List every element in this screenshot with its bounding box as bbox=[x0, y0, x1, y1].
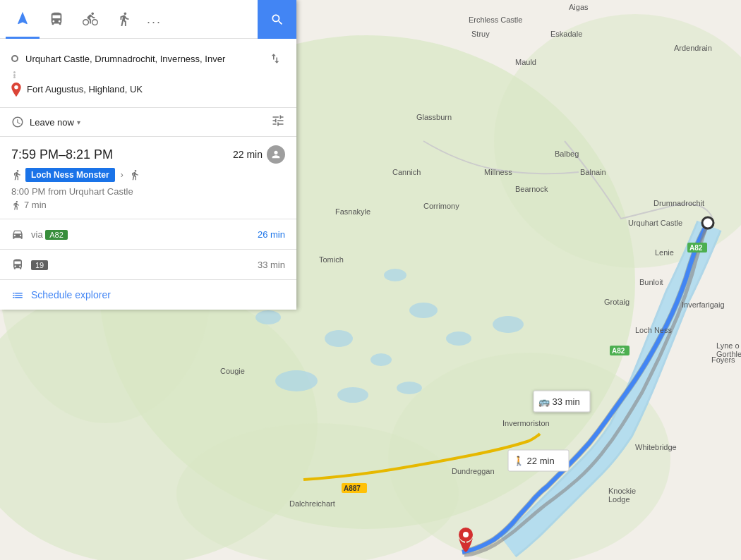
schedule-label: Schedule explorer bbox=[31, 289, 111, 300]
svg-text:Dundreggan: Dundreggan bbox=[452, 467, 495, 475]
walk-duration-icon bbox=[11, 200, 21, 210]
svg-text:Struy: Struy bbox=[471, 30, 490, 38]
a82-badge: A82 bbox=[45, 230, 68, 240]
origin-input[interactable] bbox=[25, 51, 265, 67]
svg-text:Ardendrain: Ardendrain bbox=[674, 44, 712, 52]
alt-route-car-duration: 26 min bbox=[258, 229, 285, 240]
car-icon bbox=[11, 228, 24, 241]
filter-options-button[interactable] bbox=[271, 114, 285, 130]
svg-text:Lyne o: Lyne o bbox=[716, 341, 740, 350]
route-depart-from: 8:00 PM from Urquhart Castle bbox=[11, 186, 285, 197]
alt-route-car[interactable]: via A82 26 min bbox=[0, 219, 296, 250]
search-button[interactable] bbox=[258, 0, 296, 39]
svg-point-58 bbox=[463, 532, 469, 537]
alt-route-bus-label: 19 bbox=[31, 260, 258, 270]
svg-point-14 bbox=[493, 316, 524, 333]
alt-route-bus[interactable]: 19 33 min bbox=[0, 250, 296, 280]
destination-input[interactable] bbox=[27, 81, 285, 97]
walk-end-icon bbox=[129, 169, 140, 181]
svg-text:Tomich: Tomich bbox=[319, 255, 344, 264]
svg-text:A887: A887 bbox=[344, 485, 361, 492]
origin-dot bbox=[11, 55, 18, 62]
destination-pin-icon bbox=[11, 83, 21, 97]
sidebar: ... × bbox=[0, 0, 296, 310]
svg-point-12 bbox=[384, 269, 406, 281]
svg-text:Balnain: Balnain bbox=[580, 168, 606, 176]
svg-text:Cougie: Cougie bbox=[220, 367, 245, 375]
bus-number-badge: 19 bbox=[31, 260, 48, 270]
svg-point-56 bbox=[702, 217, 713, 229]
route-duration: 22 min bbox=[233, 145, 285, 164]
route-time-range: 7:59 PM–8:21 PM bbox=[11, 147, 113, 162]
destination-row bbox=[11, 81, 285, 97]
svg-text:Bearnock: Bearnock bbox=[515, 185, 548, 193]
svg-text:Bunloit: Bunloit bbox=[639, 278, 663, 286]
bus-icon bbox=[11, 258, 24, 271]
svg-text:Loch Ness: Loch Ness bbox=[635, 326, 672, 334]
svg-text:Grotaig: Grotaig bbox=[604, 298, 629, 306]
svg-point-11 bbox=[409, 303, 438, 318]
alt-route-car-label: via A82 bbox=[31, 229, 258, 240]
schedule-explorer-button[interactable]: Schedule explorer bbox=[0, 280, 296, 310]
origin-row bbox=[11, 49, 285, 68]
svg-text:Cannich: Cannich bbox=[392, 168, 421, 176]
avatar bbox=[267, 145, 285, 164]
alt-route-bus-duration: 33 min bbox=[258, 260, 285, 270]
transit-info-row: Loch Ness Monster › bbox=[11, 168, 285, 182]
svg-text:Drumnadrochit: Drumnadrochit bbox=[653, 199, 704, 207]
clock-icon bbox=[11, 116, 24, 128]
routes-panel: 7:59 PM–8:21 PM 22 min Loch Ness Monst bbox=[0, 137, 296, 310]
arrow-right-icon: › bbox=[121, 170, 124, 180]
svg-point-63 bbox=[14, 85, 18, 89]
svg-text:Inverfarigaig: Inverfarigaig bbox=[682, 300, 725, 309]
schedule-icon bbox=[11, 288, 24, 301]
svg-point-15 bbox=[275, 370, 318, 391]
svg-text:A82: A82 bbox=[689, 244, 703, 252]
svg-text:Glassburn: Glassburn bbox=[416, 113, 452, 121]
svg-text:🚌 33 min: 🚌 33 min bbox=[538, 396, 580, 408]
tab-cycling[interactable] bbox=[73, 0, 107, 39]
chevron-down-icon: ▾ bbox=[77, 118, 80, 126]
svg-text:Corrimony: Corrimony bbox=[423, 202, 459, 210]
best-route-item[interactable]: 7:59 PM–8:21 PM 22 min Loch Ness Monst bbox=[0, 137, 296, 219]
walk-duration-row: 7 min bbox=[11, 200, 285, 210]
more-options-button[interactable]: ... bbox=[141, 12, 167, 27]
svg-text:Lenie: Lenie bbox=[655, 248, 674, 257]
svg-text:Millness: Millness bbox=[484, 168, 512, 176]
tab-walking[interactable] bbox=[107, 0, 141, 39]
svg-point-5 bbox=[176, 423, 459, 560]
transit-name-badge[interactable]: Loch Ness Monster bbox=[25, 168, 115, 182]
mode-tabs-header: ... × bbox=[0, 0, 296, 39]
svg-point-17 bbox=[397, 382, 422, 394]
svg-text:Balbeg: Balbeg bbox=[555, 150, 579, 158]
svg-text:Erchless Castle: Erchless Castle bbox=[469, 16, 522, 24]
svg-text:Foyers: Foyers bbox=[711, 355, 735, 364]
svg-point-8 bbox=[370, 353, 392, 366]
departure-bar: Leave now ▾ bbox=[0, 108, 296, 137]
svg-text:Invermoriston: Invermoriston bbox=[502, 419, 550, 427]
svg-text:Eskadale: Eskadale bbox=[550, 30, 582, 38]
svg-text:Knockie: Knockie bbox=[608, 487, 636, 495]
leave-now-button[interactable]: Leave now ▾ bbox=[30, 117, 80, 128]
swap-button[interactable] bbox=[265, 49, 285, 68]
walk-duration-text: 7 min bbox=[24, 200, 47, 210]
svg-text:🚶 22 min: 🚶 22 min bbox=[513, 455, 555, 467]
svg-text:Aigas: Aigas bbox=[569, 3, 589, 11]
svg-text:Lodge: Lodge bbox=[608, 495, 630, 504]
svg-text:Fasnakyle: Fasnakyle bbox=[335, 207, 370, 216]
walk-start-icon bbox=[11, 169, 23, 181]
tab-driving[interactable] bbox=[6, 0, 40, 39]
svg-point-13 bbox=[446, 331, 471, 346]
svg-point-16 bbox=[337, 387, 368, 403]
svg-text:A82: A82 bbox=[612, 347, 625, 355]
svg-text:Urquhart Castle: Urquhart Castle bbox=[628, 219, 682, 227]
svg-text:Dalchreichart: Dalchreichart bbox=[289, 499, 335, 508]
tab-transit[interactable] bbox=[40, 0, 73, 39]
svg-text:Mauld: Mauld bbox=[515, 58, 536, 66]
leave-now-label: Leave now bbox=[30, 117, 74, 128]
svg-text:Whitebridge: Whitebridge bbox=[635, 443, 677, 451]
svg-point-9 bbox=[255, 310, 281, 324]
svg-point-7 bbox=[325, 330, 353, 347]
inputs-area bbox=[0, 39, 296, 108]
